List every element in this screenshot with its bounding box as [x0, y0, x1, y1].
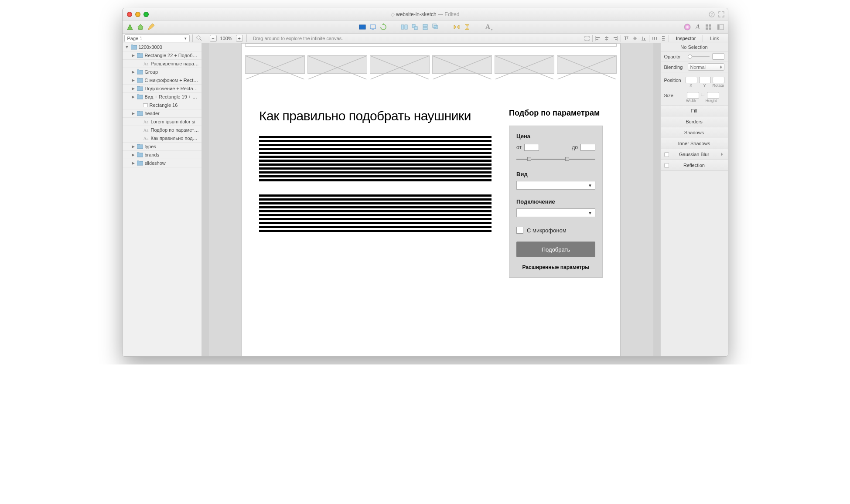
align-right-icon[interactable]	[612, 35, 619, 42]
layer-row[interactable]: ▶Group	[123, 68, 201, 76]
disclosure-icon[interactable]: ▶	[131, 111, 135, 116]
divider	[592, 35, 593, 42]
zoom-in-button[interactable]: +	[236, 35, 243, 42]
folder-icon	[131, 44, 137, 50]
help-icon[interactable]: ?	[709, 11, 715, 17]
price-to-input[interactable]	[580, 144, 595, 151]
layer-row[interactable]: ▶slideshow	[123, 159, 201, 167]
distribute-center-icon[interactable]	[411, 23, 419, 31]
disclosure-icon[interactable]: ▼	[125, 45, 129, 49]
mic-checkbox[interactable]	[516, 227, 523, 234]
grid-toggle-icon[interactable]	[704, 23, 712, 31]
distribute-stack-icon[interactable]	[421, 23, 429, 31]
type-select[interactable]: ▼	[516, 181, 595, 190]
tab-link[interactable]: Link	[704, 35, 725, 42]
inner-shadows-section[interactable]: Inner Shadows	[661, 138, 728, 149]
align-bottom-icon[interactable]	[640, 35, 647, 42]
svg-rect-37	[614, 37, 617, 38]
layer-row[interactable]: AaПодбор по параметрам	[123, 126, 201, 134]
opacity-slider[interactable]	[688, 54, 710, 59]
minimize-button[interactable]	[135, 12, 140, 17]
layer-row[interactable]: ▶header	[123, 109, 201, 118]
rotate-input[interactable]	[713, 77, 724, 83]
advanced-link[interactable]: Расширенные параметры	[516, 264, 595, 270]
pentagon-shape-button[interactable]	[137, 23, 144, 31]
maximize-button[interactable]	[143, 12, 149, 17]
text-style-icon[interactable]: A ▾	[484, 23, 492, 31]
reflection-section[interactable]: Reflection ▴	[661, 160, 728, 171]
search-icon[interactable]	[195, 34, 203, 42]
disclosure-icon[interactable]: ▶	[131, 144, 135, 149]
layer-row[interactable]: AaКак правильно подобр	[123, 134, 201, 143]
layer-row[interactable]: AaLorem ipsum dolor si	[123, 118, 201, 126]
distribute-left-icon[interactable]	[400, 23, 408, 31]
align-left-icon[interactable]	[594, 35, 601, 42]
align-top-icon[interactable]	[623, 35, 630, 42]
expand-icon[interactable]	[584, 35, 591, 42]
layer-row[interactable]: ▶С микрофоном + Rectan...	[123, 76, 201, 85]
layer-row[interactable]: ▼1200x3000	[123, 43, 201, 51]
lock-icon[interactable]: ⬚	[701, 92, 705, 99]
align-vcenter-icon[interactable]	[632, 35, 638, 42]
pos-x-input[interactable]	[686, 77, 697, 83]
shadows-section[interactable]: Shadows	[661, 127, 728, 138]
thumbnail-placeholder	[557, 55, 617, 74]
gaussian-section[interactable]: Gaussian Blur ▴▾	[661, 149, 728, 160]
close-button[interactable]	[127, 12, 132, 17]
price-from-input[interactable]	[524, 144, 539, 151]
dist-v-icon[interactable]	[660, 35, 667, 42]
screen-icon[interactable]	[369, 23, 377, 31]
dist-h-icon[interactable]	[651, 35, 658, 42]
fullscreen-icon[interactable]	[718, 11, 724, 17]
width-input[interactable]	[687, 92, 699, 99]
pencil-button[interactable]	[147, 23, 155, 31]
divider	[621, 35, 621, 42]
disclosure-icon[interactable]: ▶	[131, 86, 135, 91]
submit-button[interactable]: Подобрать	[516, 242, 595, 257]
layer-row[interactable]: ▶Вид + Rectangle 19 + Tri...	[123, 93, 201, 101]
artboard[interactable]: Как правильно подобрать наушники Подбор …	[241, 43, 621, 356]
distribute-right-icon[interactable]	[432, 23, 440, 31]
layer-row[interactable]: Rectangle 16	[123, 101, 201, 109]
layer-row[interactable]: ▶Rectangle 22 + Подобрать	[123, 51, 201, 60]
disclosure-icon[interactable]: ▶	[131, 153, 135, 157]
disclosure-icon[interactable]: ▶	[131, 161, 135, 165]
slider-handle-max[interactable]	[565, 157, 569, 161]
svg-rect-35	[605, 39, 608, 40]
layer-row[interactable]: ▶Подключение + Rectangl...	[123, 85, 201, 93]
recycle-icon[interactable]	[379, 23, 387, 31]
disclosure-icon[interactable]: ▶	[131, 70, 135, 74]
reflection-checkbox[interactable]	[664, 163, 669, 168]
slider-handle-min[interactable]	[527, 157, 531, 161]
artboard-blue-icon[interactable]	[358, 23, 366, 31]
layer-label: slideshow	[145, 160, 200, 166]
flip-h-icon[interactable]	[453, 23, 461, 31]
borders-section[interactable]: Borders	[661, 116, 728, 127]
tab-inspector[interactable]: Inspector	[670, 35, 702, 42]
zoom-out-button[interactable]: −	[210, 35, 217, 42]
height-input[interactable]	[707, 92, 719, 99]
blending-select[interactable]: Normal ▴▾	[688, 63, 724, 71]
svg-rect-34	[605, 37, 608, 38]
layout-toggle-icon[interactable]	[717, 23, 724, 31]
connection-select[interactable]: ▼	[516, 208, 595, 217]
divider	[703, 35, 703, 42]
layer-row[interactable]: ▶brands	[123, 151, 201, 159]
layer-row[interactable]: AaРасширенные параметр	[123, 60, 201, 68]
canvas[interactable]: Как правильно подобрать наушники Подбор …	[202, 43, 660, 356]
page-selector[interactable]: Page 1 ▾	[124, 34, 190, 42]
flip-v-icon[interactable]	[463, 23, 471, 31]
gaussian-checkbox[interactable]	[664, 152, 669, 157]
fill-section[interactable]: Fill	[661, 105, 728, 116]
disclosure-icon[interactable]: ▶	[131, 53, 135, 58]
opacity-input[interactable]	[712, 53, 724, 60]
align-hcenter-icon[interactable]	[603, 35, 610, 42]
triangle-shape-button[interactable]	[126, 23, 134, 31]
color-wheel-icon[interactable]	[683, 23, 691, 31]
disclosure-icon[interactable]: ▶	[131, 95, 135, 99]
price-slider[interactable]	[516, 156, 595, 162]
font-panel-icon[interactable]: A	[696, 23, 700, 31]
pos-y-input[interactable]	[699, 77, 711, 83]
layer-row[interactable]: ▶types	[123, 143, 201, 151]
disclosure-icon[interactable]: ▶	[131, 78, 135, 82]
